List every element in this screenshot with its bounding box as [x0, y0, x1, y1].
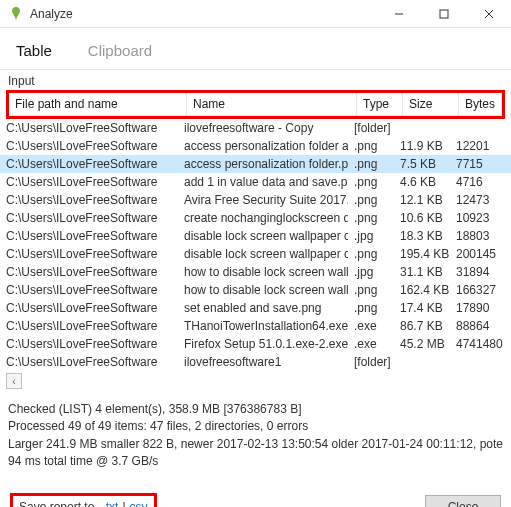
cell-type: .png [348, 192, 394, 208]
stats-line-1: Checked (LIST) 4 element(s), 358.9 MB [3… [8, 401, 503, 418]
cell-path: C:\Users\ILoveFreeSoftware [0, 192, 178, 208]
cell-type: .png [348, 300, 394, 316]
cell-size: 12.1 KB [394, 192, 450, 208]
cell-bytes: 31894 [450, 264, 511, 280]
close-window-button[interactable] [466, 0, 511, 28]
cell-path: C:\Users\ILoveFreeSoftware [0, 318, 178, 334]
scroll-left-button[interactable]: ‹ [6, 373, 22, 389]
cell-name: Avira Free Security Suite 2017.png [178, 192, 348, 208]
cell-type: .exe [348, 336, 394, 352]
cell-name: disable lock screen wallpaper change [178, 246, 348, 262]
cell-size [394, 361, 450, 363]
cell-bytes: 4741480 [450, 336, 511, 352]
cell-type: .png [348, 210, 394, 226]
grid-body: C:\Users\ILoveFreeSoftwareilovefreesoftw… [0, 119, 511, 371]
cell-path: C:\Users\ILoveFreeSoftware [0, 174, 178, 190]
cell-bytes: 88864 [450, 318, 511, 334]
cell-path: C:\Users\ILoveFreeSoftware [0, 228, 178, 244]
cell-type: .exe [348, 318, 394, 334]
cell-path: C:\Users\ILoveFreeSoftware [0, 210, 178, 226]
cell-bytes: 7715 [450, 156, 511, 172]
highlight-columns: File path and name Name Type Size Bytes [6, 90, 505, 119]
cell-bytes: 10923 [450, 210, 511, 226]
table-row[interactable]: C:\Users\ILoveFreeSoftwareFirefox Setup … [0, 335, 511, 353]
cell-path: C:\Users\ILoveFreeSoftware [0, 336, 178, 352]
cell-size: 86.7 KB [394, 318, 450, 334]
table-row[interactable]: C:\Users\ILoveFreeSoftwareadd 1 in value… [0, 173, 511, 191]
stats-line-4: 94 ms total time @ 3.7 GB/s [8, 453, 503, 470]
cell-path: C:\Users\ILoveFreeSoftware [0, 300, 178, 316]
cell-type: .png [348, 156, 394, 172]
cell-type: .png [348, 138, 394, 154]
cell-name: how to disable lock screen wallpaper [178, 264, 348, 280]
tab-clipboard[interactable]: Clipboard [84, 36, 156, 69]
table-row[interactable]: C:\Users\ILoveFreeSoftwareset enabled an… [0, 299, 511, 317]
cell-bytes: 200145 [450, 246, 511, 262]
cell-type: [folder] [348, 354, 394, 370]
col-type[interactable]: Type [357, 93, 403, 115]
cell-name: add 1 in value data and save.png [178, 174, 348, 190]
cell-size: 4.6 KB [394, 174, 450, 190]
table-row[interactable]: C:\Users\ILoveFreeSoftwareaccess persona… [0, 137, 511, 155]
highlight-save-report: Save report to txt | csv [10, 493, 157, 507]
cell-size [394, 127, 450, 129]
table-row[interactable]: C:\Users\ILoveFreeSoftwarehow to disable… [0, 263, 511, 281]
cell-size: 10.6 KB [394, 210, 450, 226]
cell-type: .jpg [348, 264, 394, 280]
cell-name: access personalization folder.png [178, 156, 348, 172]
table-row[interactable]: C:\Users\ILoveFreeSoftwaredisable lock s… [0, 245, 511, 263]
table-row[interactable]: C:\Users\ILoveFreeSoftwarecreate nochang… [0, 209, 511, 227]
cell-size: 18.3 KB [394, 228, 450, 244]
cell-name: how to disable lock screen wallpaper [178, 282, 348, 298]
cell-type: .png [348, 282, 394, 298]
table-row[interactable]: C:\Users\ILoveFreeSoftwareaccess persona… [0, 155, 511, 173]
stats-line-3: Larger 241.9 MB smaller 822 B, newer 201… [8, 436, 503, 453]
cell-size: 45.2 MB [394, 336, 450, 352]
cell-size: 7.5 KB [394, 156, 450, 172]
col-path[interactable]: File path and name [9, 93, 187, 115]
cell-path: C:\Users\ILoveFreeSoftware [0, 138, 178, 154]
close-button[interactable]: Close [425, 495, 501, 507]
cell-name: ilovefreesoftware - Copy [178, 120, 348, 136]
cell-name: create nochanginglockscreen dword [178, 210, 348, 226]
cell-name: disable lock screen wallpaper change [178, 228, 348, 244]
col-name[interactable]: Name [187, 93, 357, 115]
tab-bar: Table Clipboard [0, 28, 511, 70]
table-row[interactable]: C:\Users\ILoveFreeSoftwareTHanoiTowerIns… [0, 317, 511, 335]
col-size[interactable]: Size [403, 93, 459, 115]
cell-size: 11.9 KB [394, 138, 450, 154]
cell-name: ilovefreesoftware1 [178, 354, 348, 370]
cell-size: 31.1 KB [394, 264, 450, 280]
table-row[interactable]: C:\Users\ILoveFreeSoftwarehow to disable… [0, 281, 511, 299]
cell-size: 17.4 KB [394, 300, 450, 316]
table-row[interactable]: C:\Users\ILoveFreeSoftwareilovefreesoftw… [0, 119, 511, 137]
tab-table[interactable]: Table [12, 36, 56, 69]
cell-path: C:\Users\ILoveFreeSoftware [0, 120, 178, 136]
table-row[interactable]: C:\Users\ILoveFreeSoftwareilovefreesoftw… [0, 353, 511, 371]
table-row[interactable]: C:\Users\ILoveFreeSoftwaredisable lock s… [0, 227, 511, 245]
cell-size: 162.4 KB [394, 282, 450, 298]
stats-line-2: Processed 49 of 49 items: 47 files, 2 di… [8, 418, 503, 435]
cell-name: THanoiTowerInstallation64.exe [178, 318, 348, 334]
table-row[interactable]: C:\Users\ILoveFreeSoftwareAvira Free Sec… [0, 191, 511, 209]
minimize-button[interactable] [376, 0, 421, 28]
save-txt-link[interactable]: txt [106, 500, 119, 507]
cell-type: .png [348, 246, 394, 262]
col-bytes[interactable]: Bytes [459, 93, 502, 115]
cell-name: access personalization folder and dou [178, 138, 348, 154]
maximize-button[interactable] [421, 0, 466, 28]
cell-bytes: 12473 [450, 192, 511, 208]
cell-type: .jpg [348, 228, 394, 244]
cell-type: .png [348, 174, 394, 190]
grid-header: File path and name Name Type Size Bytes [9, 93, 502, 116]
cell-bytes: 17890 [450, 300, 511, 316]
cell-path: C:\Users\ILoveFreeSoftware [0, 156, 178, 172]
save-sep: | [122, 500, 125, 507]
cell-bytes [450, 127, 511, 129]
cell-bytes: 18803 [450, 228, 511, 244]
section-input-label: Input [0, 70, 511, 90]
cell-path: C:\Users\ILoveFreeSoftware [0, 264, 178, 280]
save-csv-link[interactable]: csv [130, 500, 148, 507]
save-report-label: Save report to [19, 500, 94, 507]
cell-size: 195.4 KB [394, 246, 450, 262]
